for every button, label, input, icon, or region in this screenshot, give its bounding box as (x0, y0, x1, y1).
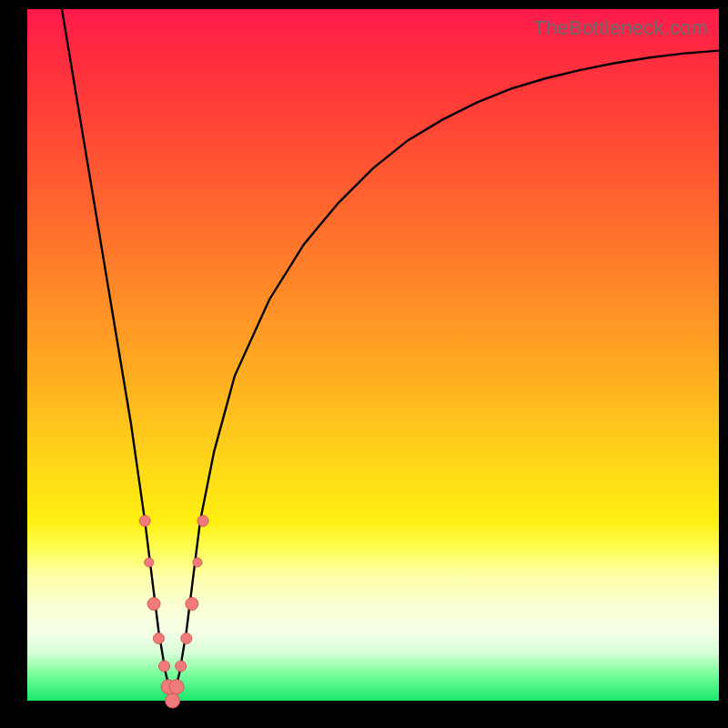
plot-area: TheBottleneck.com (27, 9, 719, 701)
curve-marker (147, 598, 160, 611)
curve-marker (145, 558, 154, 567)
curve-marker (181, 633, 192, 644)
curve-marker (153, 633, 164, 644)
curve-marker (158, 661, 169, 672)
curve-marker (169, 680, 184, 694)
curve-marker (166, 693, 180, 708)
watermark-text: TheBottleneck.com (533, 16, 708, 40)
curve-marker (176, 661, 187, 672)
curve-marker (193, 558, 202, 567)
bottleneck-curve (62, 9, 719, 701)
curve-marker (186, 598, 198, 611)
chart-frame: TheBottleneck.com (0, 0, 728, 728)
curve-marker (197, 515, 208, 526)
curve-marker (139, 515, 150, 526)
chart-svg (27, 9, 719, 701)
